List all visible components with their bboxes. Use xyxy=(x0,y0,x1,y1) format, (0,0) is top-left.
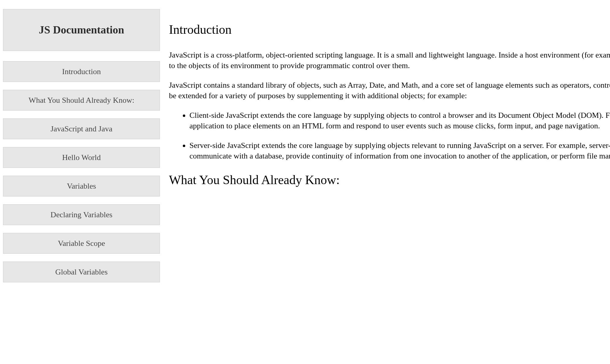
intro-paragraph-1: JavaScript is a cross-platform, object-o… xyxy=(169,50,610,71)
sidebar-title: JS Documentation xyxy=(6,23,157,37)
page-layout: JS Documentation Introduction What You S… xyxy=(0,0,610,364)
nav-item-global-variables[interactable]: Global Variables xyxy=(3,262,160,282)
nav-item-variable-scope[interactable]: Variable Scope xyxy=(3,233,160,254)
sidebar: JS Documentation Introduction What You S… xyxy=(0,0,163,364)
intro-list-item-server: Server-side JavaScript extends the core … xyxy=(189,140,610,161)
nav-list: Introduction What You Should Already Kno… xyxy=(3,61,160,283)
heading-what-you-should-already-know: What You Should Already Know: xyxy=(169,171,610,189)
nav-item-introduction[interactable]: Introduction xyxy=(3,61,160,82)
intro-list: Client-side JavaScript extends the core … xyxy=(169,110,610,161)
nav-item-variables[interactable]: Variables xyxy=(3,176,160,196)
intro-paragraph-2: JavaScript contains a standard library o… xyxy=(169,80,610,101)
main-content: Introduction JavaScript is a cross-platf… xyxy=(163,0,610,364)
nav-item-declaring-variables[interactable]: Declaring Variables xyxy=(3,204,160,225)
nav-item-javascript-and-java[interactable]: JavaScript and Java xyxy=(3,118,160,139)
section-what-you-should-already-know: What You Should Already Know: xyxy=(169,171,610,189)
intro-list-item-client: Client-side JavaScript extends the core … xyxy=(189,110,610,131)
nav-item-what-you-should-already-know[interactable]: What You Should Already Know: xyxy=(3,90,160,111)
section-introduction: Introduction JavaScript is a cross-platf… xyxy=(169,21,610,161)
sidebar-header: JS Documentation xyxy=(3,9,160,51)
nav-item-hello-world[interactable]: Hello World xyxy=(3,147,160,168)
heading-introduction: Introduction xyxy=(169,21,610,38)
